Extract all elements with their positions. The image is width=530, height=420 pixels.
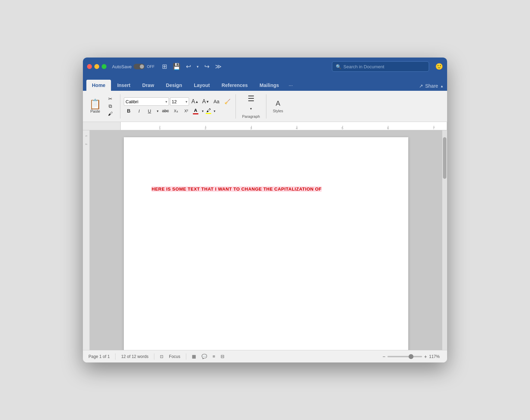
tab-design[interactable]: Design [160,80,188,91]
size-dropdown-arrow: ▾ [186,100,187,104]
autosave-area: AutoSave OFF [112,64,154,69]
ruler-mark-7: 7 [433,126,435,130]
zoom-area: − + 117% [383,354,442,359]
underline-button[interactable]: U [145,107,154,115]
font-color-button[interactable]: A [192,107,199,115]
main-area: 1 2 HERE IS SOME TEXT THAT I WANT TO CHA… [83,130,447,350]
share-label: Share [425,83,438,89]
tab-home[interactable]: Home [86,80,111,91]
font-name-value: Calibri [126,99,138,104]
underline-dropdown[interactable]: ▾ [155,107,160,115]
redo-icon[interactable]: ↪ [202,61,212,72]
change-case-button[interactable]: Aa [212,97,221,106]
format-row: B I U ▾ abc X₂ X² A ▾ 🖍 ▾ [124,107,232,115]
zoom-out-button[interactable]: − [383,354,385,359]
para-dropdown[interactable]: ▾ [246,105,256,113]
undo-dropdown-icon[interactable]: ▾ [195,63,201,70]
highlight-dropdown[interactable]: ▾ [212,107,217,115]
more-tabs-button[interactable]: ··· [285,80,296,91]
search-icon: 🔍 [336,64,341,69]
clipboard-small-buttons: ✂ ⧉ 🖌 [104,94,117,119]
styles-icon: A [276,99,280,107]
format-painter-button[interactable]: 🖌 [105,110,115,117]
superscript-button[interactable]: X² [181,107,191,115]
v-ruler-mark-2: 2 [85,143,88,145]
document-page: HERE IS SOME TEXT THAT I WANT TO CHANGE … [124,137,408,350]
styles-label: Styles [273,109,283,113]
undo-icon[interactable]: ↩ [184,61,193,72]
document-area[interactable]: HERE IS SOME TEXT THAT I WANT TO CHANGE … [90,130,442,350]
autosave-label: AutoSave [112,64,131,69]
tab-mailings[interactable]: Mailings [254,80,284,91]
font-size-value: 12 [172,99,177,104]
copy-button[interactable]: ⧉ [105,103,115,110]
tab-references[interactable]: References [216,80,254,91]
font-name-selector[interactable]: Calibri ▾ [124,97,169,106]
traffic-lights [87,64,106,69]
ruler-mark-3: 3 [250,126,252,130]
font-dropdown-arrow: ▾ [165,100,167,104]
share-button[interactable]: ↗ Share ▲ [419,83,444,91]
highlight-color-bar [206,113,211,114]
minimize-button[interactable] [94,64,99,69]
font-name-row: Calibri ▾ 12 ▾ A▲ A▼ Aa 🧹 [124,97,232,106]
font-color-bar [193,113,198,114]
status-separator-1 [115,353,116,360]
status-bar: Page 1 of 1 12 of 12 words ⊡ Focus ▦ 💬 ≡… [83,350,447,362]
save-icon[interactable]: 💾 [171,61,182,72]
selected-text: HERE IS SOME TEXT THAT I WANT TO CHANGE … [152,186,322,192]
strikethrough-button[interactable]: abc [161,107,170,115]
clipboard-group: 📋 Paste ✂ ⧉ 🖌 [86,94,117,119]
more-icon[interactable]: ≫ [213,61,224,72]
paragraph-icon: ☰ [248,94,255,103]
close-button[interactable] [87,64,92,69]
ruler-mark-6: 6 [387,126,389,130]
italic-button[interactable]: I [134,107,144,115]
zoom-in-button[interactable]: + [424,354,427,359]
comments-icon[interactable]: 💬 [202,354,207,359]
vertical-scrollbar[interactable] [442,130,447,350]
tab-insert[interactable]: Insert [112,80,136,91]
ruler-mark-2: 2 [205,126,206,130]
share-icon: ↗ [419,83,423,89]
scrollbar-thumb[interactable] [443,137,446,179]
maximize-button[interactable] [102,64,106,69]
ruler-inner: 1 2 3 4 5 6 7 [120,122,447,130]
toggle-state-label: OFF [147,64,154,69]
ruler: 1 2 3 4 5 6 7 [83,122,447,130]
separator-1 [120,94,120,119]
paragraph-label: Paragraph [242,114,260,119]
font-size-selector[interactable]: 12 ▾ [170,97,189,106]
zoom-slider[interactable] [387,356,422,357]
subscript-button[interactable]: X₂ [171,107,181,115]
tab-draw[interactable]: Draw [137,80,160,91]
cut-button[interactable]: ✂ [105,95,115,102]
search-box[interactable]: 🔍 Search in Document [332,61,429,72]
separator-3 [266,94,266,119]
list-icon[interactable]: ≡ [213,354,215,359]
zoom-thumb[interactable] [409,354,413,359]
title-bar: AutoSave OFF ⊞ 💾 ↩ ▾ ↪ ≫ 🔍 Search in Doc… [83,58,447,76]
increase-font-button[interactable]: A▲ [190,97,200,106]
ruler-mark-1: 1 [159,126,161,130]
toolbar-icons: ⊞ 💾 ↩ ▾ ↪ ≫ [160,61,224,72]
focus-icon: ⊡ [160,354,163,359]
align-icon[interactable]: ⊟ [221,354,224,359]
clear-formatting-button[interactable]: 🧹 [222,97,232,106]
highlight-icon: 🖍 [206,108,211,113]
paste-button[interactable]: 📋 Paste [86,94,104,119]
paste-icon: 📋 [89,99,101,109]
ruler-mark-4: 4 [296,126,298,130]
autosave-toggle[interactable] [134,64,145,69]
font-color-dropdown[interactable]: ▾ [200,107,205,115]
decrease-font-button[interactable]: A▼ [201,97,211,106]
emoji-button[interactable]: 🙂 [435,63,443,70]
tab-layout[interactable]: Layout [188,80,215,91]
format-icon[interactable]: ⊞ [160,61,169,72]
v-ruler-mark-1: 1 [85,135,88,137]
layout-icon[interactable]: ▦ [192,354,196,359]
ribbon-tabs: Home Insert Draw Design Layout Reference… [83,76,447,91]
bold-button[interactable]: B [124,107,134,115]
focus-label[interactable]: Focus [169,354,180,359]
highlight-button[interactable]: 🖍 [206,108,211,114]
